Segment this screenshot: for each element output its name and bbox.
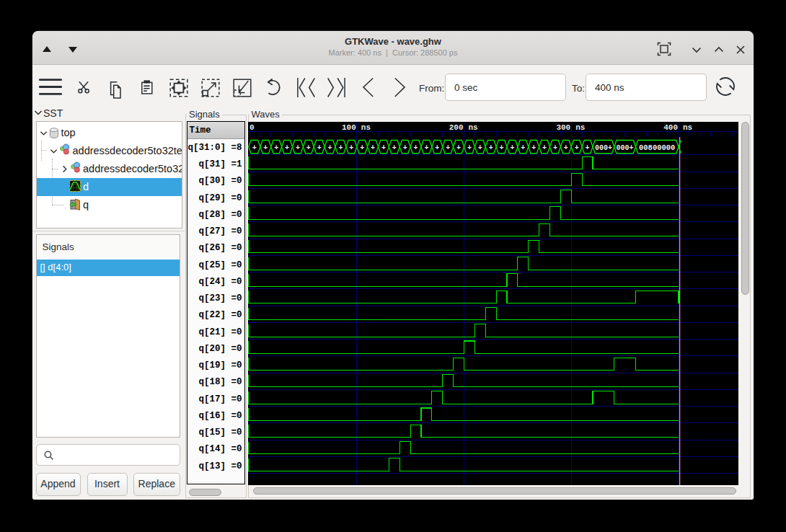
svg-text:+: + [403, 143, 407, 151]
svg-text:+: + [424, 143, 428, 151]
svg-text:+: + [371, 143, 375, 151]
svg-text:+: + [328, 143, 332, 151]
svg-text:+: + [306, 143, 311, 151]
svg-text:+: + [531, 143, 536, 151]
svg-text:300: 300 [556, 123, 570, 132]
svg-text:400: 400 [663, 123, 678, 132]
svg-text:00800000: 00800000 [639, 143, 675, 152]
svg-text:+: + [575, 143, 579, 151]
svg-text:200: 200 [449, 123, 464, 132]
svg-text:+: + [381, 143, 386, 151]
svg-text:+: + [317, 143, 322, 151]
svg-text:ns: ns [575, 123, 585, 132]
svg-text:+: + [510, 143, 514, 151]
svg-text:100: 100 [342, 123, 356, 132]
svg-text:+: + [456, 143, 461, 151]
svg-text:+: + [360, 143, 364, 151]
svg-text:+: + [564, 143, 568, 151]
svg-text:ns: ns [683, 123, 692, 132]
svg-text:000+: 000+ [617, 143, 634, 151]
svg-text:+: + [263, 143, 268, 151]
svg-text:+: + [274, 143, 278, 151]
svg-text:+: + [414, 143, 418, 151]
svg-text:+: + [435, 143, 439, 151]
svg-text:+: + [542, 143, 547, 151]
svg-text:+: + [478, 143, 482, 151]
svg-text:ns: ns [361, 123, 371, 132]
svg-text:+: + [489, 143, 493, 151]
svg-text:+: + [296, 143, 300, 151]
svg-text:+: + [586, 143, 590, 151]
svg-text:+: + [500, 143, 504, 151]
svg-text:+: + [392, 143, 397, 151]
svg-text:0: 0 [250, 123, 255, 132]
svg-text:+: + [521, 143, 525, 151]
svg-text:000+: 000+ [595, 143, 612, 151]
svg-text:+: + [285, 143, 289, 151]
svg-text:ns: ns [469, 123, 478, 132]
svg-text:+: + [553, 143, 557, 151]
svg-text:+: + [338, 143, 343, 151]
svg-text:+: + [349, 143, 353, 151]
svg-text:+: + [467, 143, 472, 151]
svg-text:+: + [446, 143, 450, 151]
svg-text:+: + [252, 143, 257, 151]
